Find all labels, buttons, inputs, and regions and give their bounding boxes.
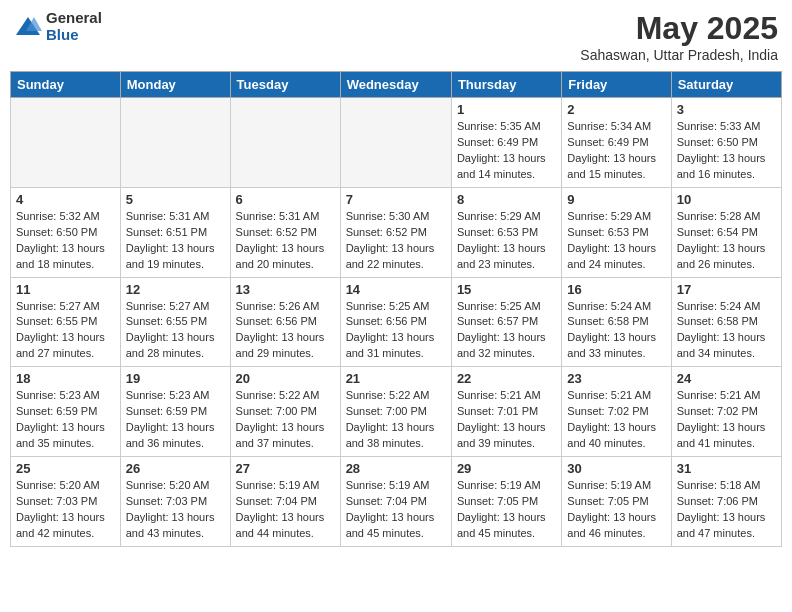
calendar-cell: 1Sunrise: 5:35 AM Sunset: 6:49 PM Daylig… <box>451 98 561 188</box>
day-number: 11 <box>16 282 115 297</box>
calendar-cell: 17Sunrise: 5:24 AM Sunset: 6:58 PM Dayli… <box>671 277 781 367</box>
day-info: Sunrise: 5:19 AM Sunset: 7:05 PM Dayligh… <box>457 478 556 542</box>
calendar-cell: 22Sunrise: 5:21 AM Sunset: 7:01 PM Dayli… <box>451 367 561 457</box>
day-number: 30 <box>567 461 665 476</box>
weekday-header-wednesday: Wednesday <box>340 72 451 98</box>
week-row-3: 11Sunrise: 5:27 AM Sunset: 6:55 PM Dayli… <box>11 277 782 367</box>
calendar-cell <box>120 98 230 188</box>
day-number: 5 <box>126 192 225 207</box>
day-number: 15 <box>457 282 556 297</box>
weekday-header-monday: Monday <box>120 72 230 98</box>
day-info: Sunrise: 5:31 AM Sunset: 6:51 PM Dayligh… <box>126 209 225 273</box>
day-info: Sunrise: 5:19 AM Sunset: 7:04 PM Dayligh… <box>236 478 335 542</box>
calendar-cell: 21Sunrise: 5:22 AM Sunset: 7:00 PM Dayli… <box>340 367 451 457</box>
day-number: 1 <box>457 102 556 117</box>
day-info: Sunrise: 5:24 AM Sunset: 6:58 PM Dayligh… <box>567 299 665 363</box>
day-number: 21 <box>346 371 446 386</box>
day-info: Sunrise: 5:28 AM Sunset: 6:54 PM Dayligh… <box>677 209 776 273</box>
day-number: 26 <box>126 461 225 476</box>
day-info: Sunrise: 5:23 AM Sunset: 6:59 PM Dayligh… <box>16 388 115 452</box>
day-info: Sunrise: 5:21 AM Sunset: 7:01 PM Dayligh… <box>457 388 556 452</box>
logo-icon <box>14 13 42 41</box>
weekday-header-thursday: Thursday <box>451 72 561 98</box>
day-number: 24 <box>677 371 776 386</box>
calendar-cell: 3Sunrise: 5:33 AM Sunset: 6:50 PM Daylig… <box>671 98 781 188</box>
day-info: Sunrise: 5:23 AM Sunset: 6:59 PM Dayligh… <box>126 388 225 452</box>
calendar-cell: 11Sunrise: 5:27 AM Sunset: 6:55 PM Dayli… <box>11 277 121 367</box>
weekday-header-friday: Friday <box>562 72 671 98</box>
calendar-cell: 26Sunrise: 5:20 AM Sunset: 7:03 PM Dayli… <box>120 457 230 547</box>
day-number: 16 <box>567 282 665 297</box>
day-info: Sunrise: 5:30 AM Sunset: 6:52 PM Dayligh… <box>346 209 446 273</box>
day-info: Sunrise: 5:18 AM Sunset: 7:06 PM Dayligh… <box>677 478 776 542</box>
calendar-cell: 24Sunrise: 5:21 AM Sunset: 7:02 PM Dayli… <box>671 367 781 457</box>
calendar-cell: 25Sunrise: 5:20 AM Sunset: 7:03 PM Dayli… <box>11 457 121 547</box>
day-number: 12 <box>126 282 225 297</box>
day-info: Sunrise: 5:21 AM Sunset: 7:02 PM Dayligh… <box>677 388 776 452</box>
title-block: May 2025 Sahaswan, Uttar Pradesh, India <box>580 10 778 63</box>
day-number: 13 <box>236 282 335 297</box>
day-info: Sunrise: 5:34 AM Sunset: 6:49 PM Dayligh… <box>567 119 665 183</box>
day-number: 27 <box>236 461 335 476</box>
day-number: 28 <box>346 461 446 476</box>
calendar-cell: 29Sunrise: 5:19 AM Sunset: 7:05 PM Dayli… <box>451 457 561 547</box>
day-info: Sunrise: 5:22 AM Sunset: 7:00 PM Dayligh… <box>236 388 335 452</box>
logo-blue-text: Blue <box>46 27 102 44</box>
day-number: 29 <box>457 461 556 476</box>
weekday-header-sunday: Sunday <box>11 72 121 98</box>
day-number: 20 <box>236 371 335 386</box>
calendar-cell: 19Sunrise: 5:23 AM Sunset: 6:59 PM Dayli… <box>120 367 230 457</box>
calendar-cell: 15Sunrise: 5:25 AM Sunset: 6:57 PM Dayli… <box>451 277 561 367</box>
day-info: Sunrise: 5:26 AM Sunset: 6:56 PM Dayligh… <box>236 299 335 363</box>
day-number: 17 <box>677 282 776 297</box>
calendar-cell: 6Sunrise: 5:31 AM Sunset: 6:52 PM Daylig… <box>230 187 340 277</box>
day-number: 3 <box>677 102 776 117</box>
calendar-cell <box>340 98 451 188</box>
calendar-cell: 27Sunrise: 5:19 AM Sunset: 7:04 PM Dayli… <box>230 457 340 547</box>
day-number: 7 <box>346 192 446 207</box>
calendar-table: SundayMondayTuesdayWednesdayThursdayFrid… <box>10 71 782 547</box>
day-number: 22 <box>457 371 556 386</box>
day-number: 25 <box>16 461 115 476</box>
day-number: 6 <box>236 192 335 207</box>
day-number: 14 <box>346 282 446 297</box>
week-row-4: 18Sunrise: 5:23 AM Sunset: 6:59 PM Dayli… <box>11 367 782 457</box>
calendar-cell: 4Sunrise: 5:32 AM Sunset: 6:50 PM Daylig… <box>11 187 121 277</box>
week-row-1: 1Sunrise: 5:35 AM Sunset: 6:49 PM Daylig… <box>11 98 782 188</box>
day-number: 10 <box>677 192 776 207</box>
day-number: 23 <box>567 371 665 386</box>
weekday-header-tuesday: Tuesday <box>230 72 340 98</box>
location-subtitle: Sahaswan, Uttar Pradesh, India <box>580 47 778 63</box>
calendar-cell: 7Sunrise: 5:30 AM Sunset: 6:52 PM Daylig… <box>340 187 451 277</box>
calendar-cell: 10Sunrise: 5:28 AM Sunset: 6:54 PM Dayli… <box>671 187 781 277</box>
calendar-cell: 8Sunrise: 5:29 AM Sunset: 6:53 PM Daylig… <box>451 187 561 277</box>
day-info: Sunrise: 5:29 AM Sunset: 6:53 PM Dayligh… <box>457 209 556 273</box>
day-info: Sunrise: 5:32 AM Sunset: 6:50 PM Dayligh… <box>16 209 115 273</box>
week-row-2: 4Sunrise: 5:32 AM Sunset: 6:50 PM Daylig… <box>11 187 782 277</box>
day-info: Sunrise: 5:35 AM Sunset: 6:49 PM Dayligh… <box>457 119 556 183</box>
day-number: 2 <box>567 102 665 117</box>
calendar-cell <box>11 98 121 188</box>
day-number: 9 <box>567 192 665 207</box>
calendar-cell: 12Sunrise: 5:27 AM Sunset: 6:55 PM Dayli… <box>120 277 230 367</box>
day-info: Sunrise: 5:25 AM Sunset: 6:57 PM Dayligh… <box>457 299 556 363</box>
day-info: Sunrise: 5:20 AM Sunset: 7:03 PM Dayligh… <box>16 478 115 542</box>
day-info: Sunrise: 5:20 AM Sunset: 7:03 PM Dayligh… <box>126 478 225 542</box>
calendar-cell: 23Sunrise: 5:21 AM Sunset: 7:02 PM Dayli… <box>562 367 671 457</box>
page-header: General Blue May 2025 Sahaswan, Uttar Pr… <box>10 10 782 63</box>
weekday-header-row: SundayMondayTuesdayWednesdayThursdayFrid… <box>11 72 782 98</box>
calendar-cell: 31Sunrise: 5:18 AM Sunset: 7:06 PM Dayli… <box>671 457 781 547</box>
month-year-title: May 2025 <box>580 10 778 47</box>
day-info: Sunrise: 5:25 AM Sunset: 6:56 PM Dayligh… <box>346 299 446 363</box>
day-info: Sunrise: 5:21 AM Sunset: 7:02 PM Dayligh… <box>567 388 665 452</box>
calendar-cell: 28Sunrise: 5:19 AM Sunset: 7:04 PM Dayli… <box>340 457 451 547</box>
day-info: Sunrise: 5:19 AM Sunset: 7:05 PM Dayligh… <box>567 478 665 542</box>
calendar-cell: 30Sunrise: 5:19 AM Sunset: 7:05 PM Dayli… <box>562 457 671 547</box>
day-number: 31 <box>677 461 776 476</box>
calendar-cell: 16Sunrise: 5:24 AM Sunset: 6:58 PM Dayli… <box>562 277 671 367</box>
day-info: Sunrise: 5:24 AM Sunset: 6:58 PM Dayligh… <box>677 299 776 363</box>
day-info: Sunrise: 5:29 AM Sunset: 6:53 PM Dayligh… <box>567 209 665 273</box>
day-number: 19 <box>126 371 225 386</box>
week-row-5: 25Sunrise: 5:20 AM Sunset: 7:03 PM Dayli… <box>11 457 782 547</box>
weekday-header-saturday: Saturday <box>671 72 781 98</box>
